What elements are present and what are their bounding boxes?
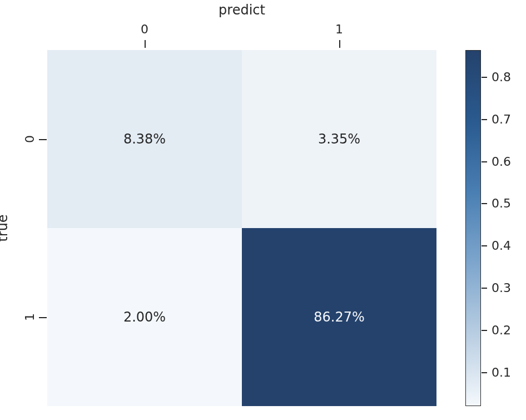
colorbar-tick-label: 0.5: [492, 196, 511, 210]
cell-true1-pred0: 2.00%: [47, 228, 242, 406]
colorbar-tick-mark: [482, 77, 487, 78]
colorbar-tick-mark: [482, 288, 487, 289]
cell-true0-pred0: 8.38%: [47, 50, 242, 228]
x-tick-1: 1: [335, 22, 343, 36]
colorbar-tick-mark: [482, 372, 487, 373]
cell-true1-pred1: 86.27%: [242, 228, 436, 406]
colorbar-tick-label: 0.8: [492, 70, 511, 83]
colorbar-tick-label: 0.4: [492, 239, 511, 253]
cell-label: 86.27%: [314, 309, 365, 325]
x-tick-0: 0: [141, 22, 148, 36]
x-tick-mark-1: [339, 40, 340, 48]
x-tick-mark-0: [145, 40, 146, 48]
y-tick-mark-1: [39, 317, 47, 318]
colorbar-gradient: [465, 50, 481, 406]
colorbar-tick-label: 0.3: [492, 281, 511, 295]
y-tick-1: 1: [21, 310, 38, 324]
cell-label: 8.38%: [123, 131, 166, 147]
colorbar: [465, 50, 481, 406]
colorbar-tick-mark: [482, 119, 487, 120]
colorbar-tick-mark: [482, 161, 487, 162]
y-tick-0: 0: [21, 132, 38, 146]
colorbar-tick-label: 0.7: [492, 112, 511, 126]
x-axis-label: predict: [47, 2, 436, 18]
x-axis-label-text: predict: [219, 2, 265, 18]
y-tick-mark-0: [39, 139, 47, 140]
y-axis-label-text: true: [0, 214, 11, 241]
colorbar-tick-label: 0.2: [492, 323, 511, 337]
colorbar-tick-mark: [482, 245, 487, 246]
cell-label: 2.00%: [123, 309, 166, 325]
y-axis-label: true: [0, 50, 11, 406]
colorbar-tick-label: 0.1: [492, 365, 511, 379]
cell-true0-pred1: 3.35%: [242, 50, 436, 228]
colorbar-tick-label: 0.6: [492, 154, 511, 168]
heatmap-grid: 8.38% 3.35% 2.00% 86.27%: [47, 50, 436, 406]
colorbar-tick-mark: [482, 203, 487, 204]
confusion-matrix-figure: predict true 0 1 0 1 8.38% 3.35% 2.00% 8…: [0, 0, 526, 420]
colorbar-tick-mark: [482, 330, 487, 331]
cell-label: 3.35%: [318, 131, 360, 147]
